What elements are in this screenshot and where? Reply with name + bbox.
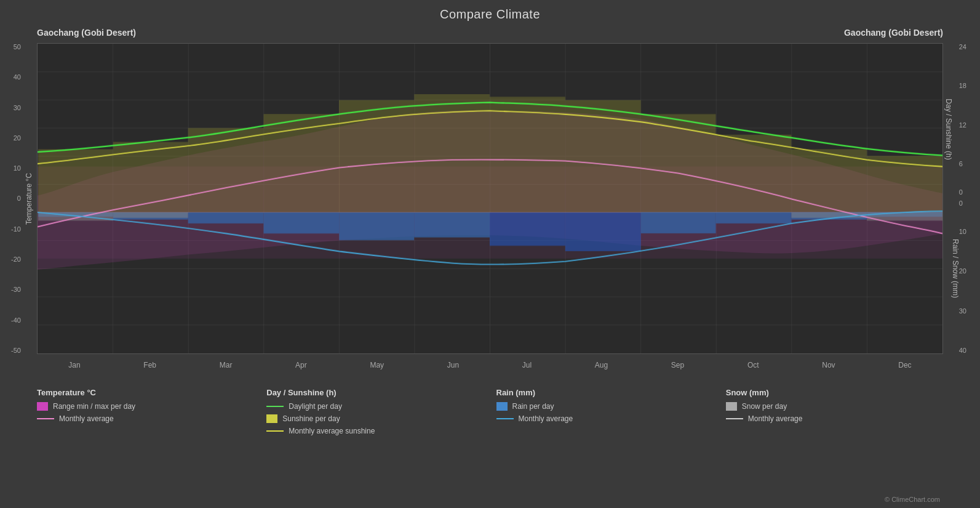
legend-label-snow-avg: Monthly average [748, 414, 803, 423]
right-axis-sunshine-label: Day / Sunshine (h) [944, 99, 952, 159]
x-label-jan: Jan [68, 361, 80, 369]
y-axis-right-top: 24 18 12 6 0 [959, 43, 966, 207]
x-label-aug: Aug [595, 361, 608, 369]
x-label-apr: Apr [295, 361, 307, 369]
svg-rect-44 [716, 212, 792, 224]
legend-item-sunshine-per-day: Sunshine per day [266, 414, 484, 423]
x-label-sep: Sep [671, 361, 684, 369]
svg-rect-38 [264, 212, 340, 233]
legend-item-daylight: Daylight per day [266, 402, 484, 411]
svg-rect-23 [38, 149, 113, 212]
left-axis-label: Temperature °C [25, 172, 33, 224]
legend-color-snow [726, 402, 737, 411]
legend-line-rain-avg [496, 418, 514, 419]
svg-rect-37 [188, 212, 264, 224]
x-label-jun: Jun [447, 361, 459, 369]
legend-label-rain-avg: Monthly average [519, 414, 573, 423]
legend-section-snow: Snow (mm) Snow per day Monthly average [726, 388, 943, 499]
chart-inner [37, 43, 943, 354]
legend-title-rain: Rain (mm) [496, 388, 714, 397]
legend-label-snow: Snow per day [742, 402, 787, 411]
x-label-jul: Jul [522, 361, 532, 369]
legend-item-snow-per-day: Snow per day [726, 402, 943, 411]
legend-title-sunshine: Day / Sunshine (h) [266, 388, 484, 397]
legend-label-daylight: Daylight per day [289, 402, 342, 411]
svg-rect-48 [113, 212, 188, 218]
svg-rect-43 [641, 212, 716, 233]
svg-rect-34 [867, 156, 942, 212]
legend-color-rain [496, 402, 508, 411]
page-title: Compare Climate [0, 0, 980, 22]
legend-label-sunshine-avg: Monthly average sunshine [289, 427, 375, 435]
legend-section-temperature: Temperature °C Range min / max per day M… [37, 388, 254, 499]
legend-item-temp-avg: Monthly average [37, 414, 254, 423]
svg-rect-24 [113, 142, 188, 212]
legend-item-rain-per-day: Rain per day [496, 402, 714, 411]
legend-section-rain: Rain (mm) Rain per day Monthly average [496, 388, 714, 499]
legend-line-temp-avg [37, 418, 54, 419]
svg-rect-40 [414, 212, 490, 238]
svg-rect-42 [565, 212, 641, 251]
main-container: Compare Climate Gaochang (Gobi Desert) G… [0, 0, 980, 508]
copyright: © ClimeChart.com [885, 496, 940, 503]
x-label-may: May [370, 361, 384, 369]
svg-rect-33 [791, 149, 867, 212]
y-axis-left: 50 40 30 20 10 0 -10 -20 -30 -40 -50 [11, 43, 21, 354]
legend-label-temp-avg: Monthly average [59, 414, 114, 423]
legend-item-sunshine-avg: Monthly average sunshine [266, 427, 484, 435]
legend-label-rain: Rain per day [512, 402, 554, 411]
legend-area: Temperature °C Range min / max per day M… [0, 379, 980, 508]
svg-rect-31 [641, 114, 716, 212]
legend-line-snow-avg [726, 418, 743, 419]
x-label-nov: Nov [822, 361, 835, 369]
svg-rect-30 [565, 100, 641, 212]
legend-color-sunshine [266, 414, 277, 423]
svg-rect-39 [339, 212, 414, 240]
legend-label-temp-range: Range min / max per day [53, 402, 135, 411]
legend-title-snow: Snow (mm) [726, 388, 943, 397]
chart-svg [38, 44, 942, 353]
legend-title-temperature: Temperature °C [37, 388, 254, 397]
x-label-dec: Dec [898, 361, 911, 369]
svg-rect-41 [490, 212, 565, 246]
x-label-feb: Feb [143, 361, 156, 369]
y-axis-right-bottom: 0 10 20 30 40 [959, 188, 966, 354]
legend-section-sunshine: Day / Sunshine (h) Daylight per day Suns… [266, 388, 484, 499]
legend-item-temp-range: Range min / max per day [37, 402, 254, 411]
svg-rect-32 [716, 135, 792, 212]
legend-item-snow-avg: Monthly average [726, 414, 943, 423]
svg-rect-27 [339, 100, 414, 212]
legend-line-daylight [266, 406, 284, 407]
legend-label-sunshine: Sunshine per day [282, 414, 340, 423]
x-axis: Jan Feb Mar Apr May Jun Jul Aug Sep Oct … [37, 361, 943, 369]
legend-item-rain-avg: Monthly average [496, 414, 714, 423]
legend-color-temp-range [37, 402, 48, 411]
chart-area: Temperature °C Day / Sunshine (h) Rain /… [37, 25, 943, 373]
x-label-mar: Mar [220, 361, 233, 369]
x-label-oct: Oct [747, 361, 759, 369]
legend-line-sunshine-avg [266, 430, 284, 432]
